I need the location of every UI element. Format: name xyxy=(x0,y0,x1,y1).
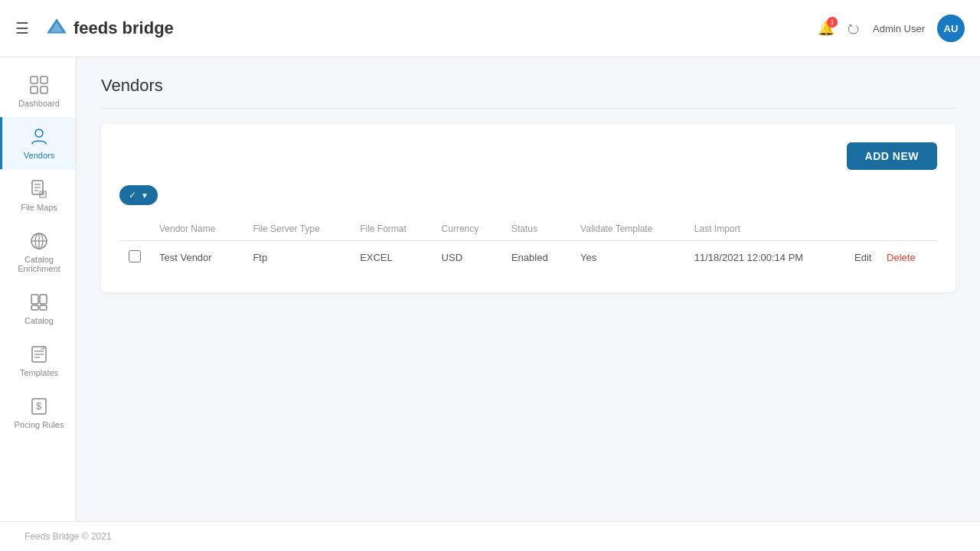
th-vendor-name: Vendor Name xyxy=(150,217,243,241)
sidebar-item-dashboard[interactable]: Dashboard xyxy=(0,65,76,117)
file-maps-icon xyxy=(28,178,50,200)
th-checkbox xyxy=(119,217,150,241)
th-actions xyxy=(845,217,937,241)
sidebar-label-templates: Templates xyxy=(20,368,58,377)
main-content: Vendors ADD NEW ✓ ▼ Vendor Name File Ser… xyxy=(77,57,980,551)
sidebar-label-file-maps: File Maps xyxy=(21,203,57,212)
th-validate-template: Validate Template xyxy=(571,217,685,241)
cell-status: Enabled xyxy=(502,241,571,275)
vendors-card: ADD NEW ✓ ▼ Vendor Name File Server Type… xyxy=(101,124,956,292)
svg-rect-2 xyxy=(31,77,38,83)
delete-link[interactable]: Delete xyxy=(887,252,916,263)
templates-icon xyxy=(28,344,50,365)
page-title: Vendors xyxy=(101,76,956,96)
header-right: 🔔 1 ⭮ Admin User AU xyxy=(818,15,965,42)
cell-currency: USD xyxy=(433,241,502,275)
select-toggle-button[interactable]: ✓ ▼ xyxy=(119,185,158,205)
cell-file-format: EXCEL xyxy=(351,241,432,275)
sidebar-item-catalog-enrichment[interactable]: Catalog Enrichment xyxy=(0,221,76,282)
admin-label: Admin User xyxy=(873,23,925,34)
table-controls: ✓ ▼ xyxy=(119,185,937,205)
svg-rect-3 xyxy=(41,77,47,83)
vendors-icon xyxy=(28,126,50,148)
svg-rect-19 xyxy=(40,295,47,304)
header-left: ☰ feeds bridge xyxy=(15,16,174,41)
th-last-import: Last Import xyxy=(685,217,845,241)
app-header: ☰ feeds bridge 🔔 1 ⭮ Admin User AU xyxy=(0,0,980,57)
notification-badge: 1 xyxy=(827,17,838,28)
hamburger-icon[interactable]: ☰ xyxy=(15,19,29,37)
catalog-enrichment-icon xyxy=(28,230,50,252)
logo: feeds bridge xyxy=(44,16,174,41)
sync-icon[interactable]: ⭮ xyxy=(847,21,861,37)
catalog-icon xyxy=(28,292,50,313)
row-checkbox[interactable] xyxy=(129,250,141,262)
edit-link[interactable]: Edit xyxy=(854,252,871,263)
row-checkbox-cell xyxy=(119,241,150,275)
table-row: Test Vendor Ftp EXCEL USD Enabled Yes 11… xyxy=(119,241,937,275)
svg-rect-4 xyxy=(31,86,38,93)
pricing-rules-icon: $ xyxy=(28,396,50,417)
card-topbar: ADD NEW xyxy=(119,142,937,170)
sidebar-item-templates[interactable]: Templates xyxy=(0,334,76,386)
divider xyxy=(101,108,956,109)
cell-validate-template: Yes xyxy=(571,241,685,275)
th-currency: Currency xyxy=(433,217,502,241)
svg-rect-5 xyxy=(41,86,47,93)
svg-rect-21 xyxy=(40,305,47,310)
table-body: Test Vendor Ftp EXCEL USD Enabled Yes 11… xyxy=(119,241,937,275)
th-file-format: File Format xyxy=(351,217,432,241)
svg-point-6 xyxy=(35,129,43,137)
th-status: Status xyxy=(502,217,571,241)
cell-vendor-name: Test Vendor xyxy=(150,241,243,275)
sidebar-label-pricing-rules: Pricing Rules xyxy=(15,420,64,429)
svg-rect-18 xyxy=(31,295,38,304)
add-new-button[interactable]: ADD NEW xyxy=(847,142,937,170)
layout: Dashboard Vendors File Maps xyxy=(0,57,980,551)
sidebar-label-dashboard: Dashboard xyxy=(18,99,60,108)
svg-rect-20 xyxy=(31,305,38,310)
footer-copyright: Feeds Bridge © 2021 xyxy=(24,531,112,542)
footer: Feeds Bridge © 2021 xyxy=(0,521,980,551)
cell-actions: Edit Delete xyxy=(845,241,937,275)
sidebar-item-pricing-rules[interactable]: $ Pricing Rules xyxy=(0,386,76,439)
sidebar-item-vendors[interactable]: Vendors xyxy=(0,117,76,169)
svg-text:$: $ xyxy=(36,400,42,412)
sidebar: Dashboard Vendors File Maps xyxy=(0,57,77,551)
sidebar-label-vendors: Vendors xyxy=(24,151,54,160)
sidebar-item-file-maps[interactable]: File Maps xyxy=(0,169,76,221)
dashboard-icon xyxy=(28,74,50,96)
sidebar-item-catalog[interactable]: Catalog xyxy=(0,282,76,334)
table-header: Vendor Name File Server Type File Format… xyxy=(119,217,937,241)
sidebar-label-catalog-enrichment: Catalog Enrichment xyxy=(8,255,70,273)
dropdown-arrow-icon: ▼ xyxy=(141,191,149,200)
cell-file-server-type: Ftp xyxy=(243,241,351,275)
avatar[interactable]: AU xyxy=(937,15,965,42)
checkmark-icon: ✓ xyxy=(129,190,136,201)
notification-icon[interactable]: 🔔 1 xyxy=(818,20,835,37)
logo-icon xyxy=(44,16,69,41)
logo-text: feeds bridge xyxy=(74,18,174,38)
vendors-table: Vendor Name File Server Type File Format… xyxy=(119,217,937,274)
th-file-server-type: File Server Type xyxy=(243,217,351,241)
sidebar-label-catalog: Catalog xyxy=(24,316,54,325)
cell-last-import: 11/18/2021 12:00:14 PM xyxy=(685,241,845,275)
